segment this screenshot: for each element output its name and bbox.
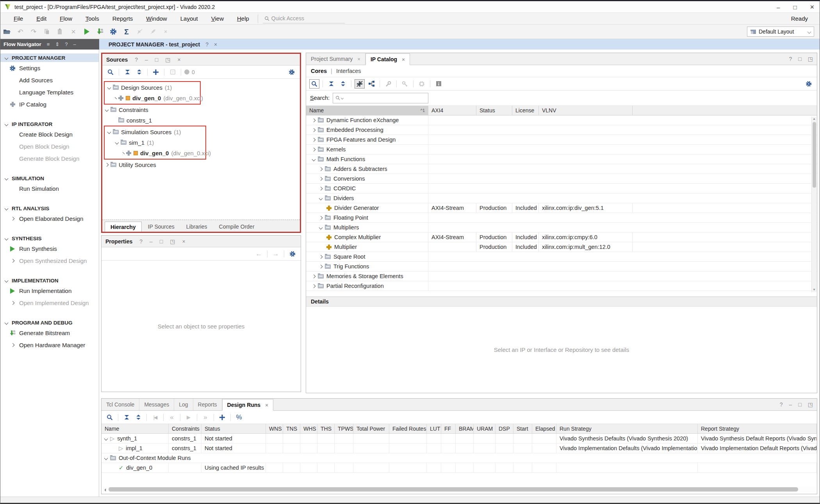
ip-row-kernels[interactable]: Kernels <box>306 145 817 154</box>
tab-log[interactable]: Log <box>174 399 193 410</box>
scroll-left-icon[interactable]: ‹ <box>102 486 109 493</box>
quick-access-search[interactable]: Quick Access <box>263 14 345 23</box>
create-run-plus-icon[interactable] <box>217 413 227 422</box>
sidebar-section-rtl-analysis[interactable]: RTL ANALYSIS <box>0 204 99 213</box>
help-icon[interactable]: ? <box>205 41 209 48</box>
sidebar-item-generate-bitstream[interactable]: 0110Generate Bitstream <box>0 327 99 339</box>
tab-messages[interactable]: Messages <box>139 399 174 410</box>
column-header-dsp[interactable]: DSP <box>496 424 513 433</box>
chevron-down-icon[interactable] <box>5 176 9 180</box>
maximize-icon[interactable]: □ <box>793 4 797 11</box>
sidebar-item-open-elaborated-design[interactable]: Open Elaborated Design <box>0 213 99 225</box>
tab-hierarchy[interactable]: Hierarchy <box>105 222 142 232</box>
search-icon[interactable] <box>105 413 115 422</box>
close-icon[interactable]: × <box>402 57 405 62</box>
menu-item-help[interactable]: Help <box>237 15 249 22</box>
chevron-down-icon[interactable] <box>104 437 108 440</box>
sidebar-item-open-synthesized-design[interactable]: Open Synthesized Design <box>0 255 99 267</box>
chevron-down-icon[interactable] <box>5 321 9 325</box>
layout-selector[interactable]: Default Layout <box>747 27 814 37</box>
sidebar-item-ip-catalog[interactable]: IP Catalog <box>0 98 99 110</box>
column-header-status[interactable]: Status <box>476 106 512 115</box>
sidebar-item-add-sources[interactable]: Add Sources <box>0 74 99 86</box>
edit-constraints-icon[interactable]: ? <box>168 67 178 77</box>
column-header-lut[interactable]: LUT <box>427 424 441 433</box>
chevron-down-icon[interactable] <box>5 236 9 240</box>
chevron-right-icon[interactable] <box>123 152 125 154</box>
ip-row-fpga-features-and-design[interactable]: FPGA Features and Design <box>306 135 817 145</box>
chevron-right-icon[interactable] <box>11 217 14 221</box>
help-icon[interactable]: ? <box>135 57 138 63</box>
redo-icon[interactable]: ↷ <box>27 26 40 37</box>
source-tree-item-Utility Sources[interactable]: Utility Sources <box>102 160 300 170</box>
chevron-down-icon[interactable] <box>107 130 111 134</box>
expand-all-icon[interactable] <box>134 67 144 77</box>
ip-row-square-root[interactable]: Square Root <box>306 252 817 262</box>
column-header-report-strategy[interactable]: Report Strategy <box>698 424 817 433</box>
step-back-icon[interactable]: « <box>167 413 177 422</box>
close-icon[interactable]: × <box>357 56 360 62</box>
ip-row-dividers[interactable]: Dividers <box>306 193 817 203</box>
add-sources-icon[interactable] <box>151 67 161 77</box>
run-row-synth_1[interactable]: ▷synth_1constrs_1Not startedVivado Synth… <box>102 434 817 444</box>
column-header-run-strategy[interactable]: Run Strategy <box>556 424 698 433</box>
menu-item-edit[interactable]: Edit <box>36 15 46 22</box>
chevron-right-icon[interactable] <box>11 259 14 263</box>
edit-disabled-icon[interactable] <box>146 26 160 37</box>
menu-item-flow[interactable]: Flow <box>60 15 72 22</box>
source-tree-item-constrs_1[interactable]: constrs_1 <box>102 115 300 126</box>
percent-icon[interactable]: % <box>234 413 244 422</box>
sidebar-section-implementation[interactable]: IMPLEMENTATION <box>0 276 99 285</box>
collapse-all-icon[interactable] <box>326 79 336 89</box>
sidebar-section-project-manager[interactable]: PROJECT MANAGER <box>0 53 99 62</box>
forward-arrow-icon[interactable]: → <box>271 249 281 259</box>
close-panel-icon[interactable]: × <box>182 238 185 245</box>
column-header-ff[interactable]: FF <box>441 424 456 433</box>
open-file-icon[interactable] <box>0 26 14 37</box>
sidebar-item-create-block-design[interactable]: Create Block Design <box>0 128 99 140</box>
chevron-down-icon[interactable] <box>5 206 9 210</box>
settings-gear-icon[interactable] <box>287 249 298 259</box>
chevron-down-icon[interactable] <box>105 108 109 112</box>
scroll-down-icon[interactable]: ▼ <box>813 287 816 292</box>
chevron-right-icon[interactable] <box>319 167 323 171</box>
chevron-right-icon[interactable] <box>319 216 323 220</box>
float-panel-icon[interactable]: ◳ <box>170 238 175 245</box>
maximize-icon[interactable]: □ <box>798 56 801 62</box>
run-row-impl_1[interactable]: ▷impl_1constrs_1Not startedVivado Implem… <box>102 444 817 453</box>
paste-icon[interactable] <box>53 26 67 37</box>
sidebar-item-settings[interactable]: Settings <box>0 62 99 74</box>
column-header-whs[interactable]: WHS <box>300 424 317 433</box>
close-icon[interactable]: × <box>810 3 814 11</box>
float-icon[interactable]: ◳ <box>808 56 813 62</box>
chevron-right-icon[interactable] <box>312 284 316 288</box>
expand-collapse-icon[interactable]: ⇕ <box>55 41 59 47</box>
source-tree-item-Design Sources[interactable]: Design Sources(1) <box>105 82 200 93</box>
settings-gear-icon[interactable] <box>287 67 297 77</box>
ip-row-math-functions[interactable]: Math Functions <box>306 154 817 164</box>
tab-design-runs[interactable]: Design Runs× <box>222 399 273 411</box>
chevron-down-icon[interactable] <box>104 456 108 460</box>
tab-ip-catalog[interactable]: IP Catalog× <box>365 53 410 65</box>
ip-row-divider-generator[interactable]: Divider GeneratorAXI4-StreamProductionIn… <box>306 203 817 213</box>
chevron-down-icon[interactable] <box>5 122 9 126</box>
close-icon[interactable]: × <box>265 402 268 408</box>
source-tree-item-Simulation Sources[interactable]: Simulation Sources(1) <box>105 127 205 137</box>
ip-row-multiplier[interactable]: MultiplierProductionIncludedxilinx.com:i… <box>306 242 817 252</box>
sidebar-section-program-and-debug[interactable]: PROGRAM AND DEBUG <box>0 318 99 327</box>
ip-row-memories-&-storage-elements[interactable]: Memories & Storage Elements <box>306 272 817 281</box>
chevron-down-icon[interactable] <box>5 279 9 282</box>
float-panel-icon[interactable]: ◳ <box>165 57 170 63</box>
tab-reports[interactable]: Reports <box>193 399 222 410</box>
tab-project-summary[interactable]: Project Summary× <box>306 53 365 65</box>
minimize-panel-icon[interactable]: – <box>145 57 148 63</box>
hide-incompatible-filter-icon[interactable] <box>355 79 365 89</box>
column-header-name[interactable]: Name <box>102 424 169 433</box>
chevron-down-icon[interactable] <box>107 86 111 90</box>
ip-row-trig-functions[interactable]: Trig Functions <box>306 262 817 272</box>
chevron-right-icon[interactable] <box>11 301 14 305</box>
license-key-icon[interactable] <box>400 79 410 89</box>
copy-icon[interactable] <box>40 26 53 37</box>
ip-row-dynamic-function-exchange[interactable]: Dynamic Function eXchange <box>306 115 817 125</box>
column-header-total-power[interactable]: Total Power <box>353 424 389 433</box>
